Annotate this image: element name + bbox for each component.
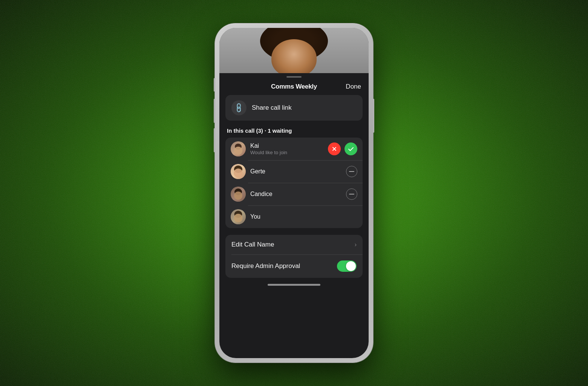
- participant-info-candice: Candice: [250, 191, 341, 198]
- toggle-knob: [346, 261, 356, 271]
- phone: Comms Weekly Done 🔗 Share call link In t…: [215, 23, 373, 363]
- edit-call-name-row[interactable]: Edit Call Name ›: [225, 235, 363, 254]
- phone-shell: Comms Weekly Done 🔗 Share call link In t…: [215, 23, 373, 363]
- call-title: Comms Weekly: [271, 83, 317, 90]
- in-call-label: In this call (3) · 1 waiting: [219, 127, 369, 138]
- power-button: [373, 99, 374, 133]
- participants-list: Kai Would like to join: [225, 138, 363, 228]
- participant-row-candice: Candice: [225, 183, 363, 205]
- participant-name-you: You: [250, 213, 357, 220]
- reject-kai-button[interactable]: [328, 142, 341, 155]
- avatar-gerte: [231, 164, 246, 179]
- volume-down-button: [214, 128, 215, 152]
- chevron-right-icon: ›: [355, 241, 357, 248]
- participant-name-candice: Candice: [250, 191, 341, 198]
- participant-row-kai: Kai Would like to join: [225, 138, 363, 160]
- link-icon: 🔗: [233, 102, 245, 113]
- participant-row-gerte: Gerte: [225, 160, 363, 183]
- avatar-face: [271, 39, 317, 73]
- video-feed: [219, 28, 369, 73]
- done-button[interactable]: Done: [346, 83, 361, 90]
- avatar-kai: [231, 141, 246, 156]
- participant-info-you: You: [250, 213, 357, 220]
- participant-status-kai: Would like to join: [250, 150, 323, 155]
- accept-kai-button[interactable]: [345, 142, 357, 155]
- avatar-candice: [231, 187, 246, 202]
- participant-info-kai: Kai Would like to join: [250, 142, 323, 155]
- avatar-you: [231, 209, 246, 224]
- require-admin-label: Require Admin Approval: [231, 262, 300, 270]
- kai-action-buttons: [328, 142, 357, 155]
- participant-name-gerte: Gerte: [250, 168, 341, 175]
- admin-approval-toggle[interactable]: [337, 260, 357, 272]
- share-link-text: Share call link: [252, 104, 292, 112]
- participant-info-gerte: Gerte: [250, 168, 341, 175]
- sheet-header: Comms Weekly Done: [219, 78, 369, 95]
- edit-call-name-label: Edit Call Name: [231, 241, 274, 248]
- options-card: Edit Call Name › Require Admin Approval: [225, 235, 363, 278]
- home-indicator: [268, 284, 320, 286]
- remove-gerte-button[interactable]: [346, 166, 357, 177]
- require-admin-row[interactable]: Require Admin Approval: [225, 254, 363, 278]
- participant-row-you: You: [225, 205, 363, 228]
- link-icon-circle: 🔗: [231, 100, 247, 115]
- phone-screen: Comms Weekly Done 🔗 Share call link In t…: [219, 28, 369, 358]
- volume-up-button: [214, 99, 215, 123]
- participant-name-kai: Kai: [250, 142, 323, 149]
- mute-button: [214, 78, 215, 92]
- bottom-sheet: Comms Weekly Done 🔗 Share call link In t…: [219, 76, 369, 286]
- share-link-row[interactable]: 🔗 Share call link: [225, 95, 363, 121]
- remove-candice-button[interactable]: [346, 188, 357, 200]
